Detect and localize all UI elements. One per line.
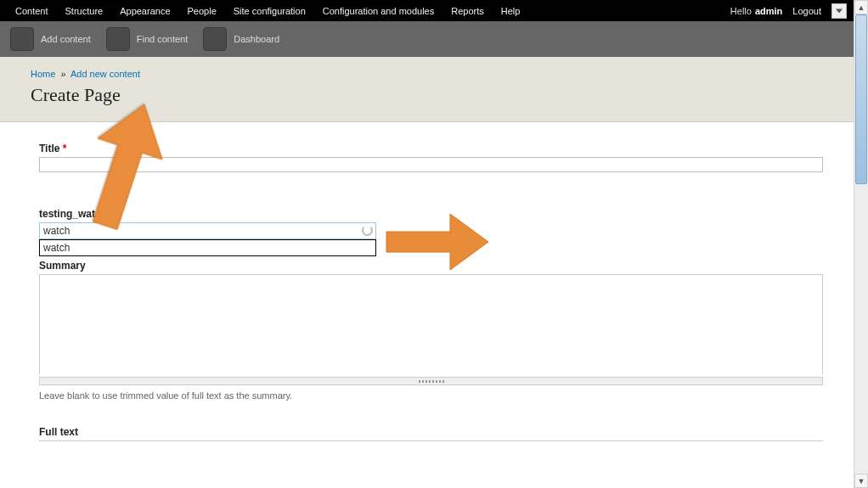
logout-link[interactable]: Logout [786, 1, 828, 21]
shortcut-icon [10, 27, 34, 51]
menu-content[interactable]: Content [7, 1, 57, 21]
title-label: Title * [39, 143, 823, 154]
scroll-thumb[interactable] [855, 14, 867, 184]
shortcut-add-content[interactable]: Add content [10, 27, 91, 51]
autocomplete-dropdown: watch [39, 239, 376, 256]
throbber-icon [362, 225, 373, 236]
menu-site-configuration[interactable]: Site configuration [225, 1, 314, 21]
summary-description: Leave blank to use trimmed value of full… [39, 390, 823, 401]
vertical-scrollbar[interactable]: ▲ ▼ [854, 0, 868, 488]
shortcut-dashboard[interactable]: Dashboard [203, 27, 279, 51]
summary-textarea[interactable] [39, 274, 823, 374]
breadcrumb: Home » Add new content [31, 69, 823, 79]
shortcut-label: Add content [41, 34, 91, 44]
main-form: Title * testing_watch watch Summary [0, 122, 854, 488]
breadcrumb-add-new-content[interactable]: Add new content [70, 69, 140, 79]
header-region: Home » Add new content Create Page [0, 57, 854, 122]
username: admin [755, 6, 782, 16]
menu-appearance[interactable]: Appearance [111, 1, 178, 21]
shortcut-toggle[interactable] [831, 3, 847, 19]
textarea-resize-grippie[interactable] [39, 377, 823, 385]
user-area: Hello admin Logout [730, 1, 847, 21]
fulltext-label: Full text [39, 426, 823, 438]
required-marker: * [63, 143, 67, 154]
menu-people[interactable]: People [179, 1, 225, 21]
testing-watch-label: testing_watch [39, 208, 823, 220]
fulltext-top-border [39, 440, 823, 442]
shortcut-label: Dashboard [234, 34, 279, 44]
chevron-down-icon [836, 8, 843, 14]
form-item-fulltext: Full text [39, 426, 823, 442]
shortcut-icon [106, 27, 130, 51]
form-item-summary: Summary Leave blank to use trimmed value… [39, 260, 823, 401]
menu-help[interactable]: Help [493, 1, 529, 21]
scroll-down-arrow[interactable]: ▼ [854, 474, 868, 488]
shortcut-label: Find content [137, 34, 189, 44]
shortcut-find-content[interactable]: Find content [106, 27, 189, 51]
hello-label: Hello [730, 6, 752, 16]
menu-configuration-modules[interactable]: Configuration and modules [314, 1, 442, 21]
breadcrumb-home[interactable]: Home [31, 69, 55, 79]
admin-menu: Content Structure Appearance People Site… [7, 1, 528, 21]
menu-structure[interactable]: Structure [57, 1, 112, 21]
scroll-up-arrow[interactable]: ▲ [854, 0, 868, 14]
page-title: Create Page [31, 84, 823, 106]
form-item-testing-watch: testing_watch watch [39, 208, 823, 239]
scroll-track[interactable] [854, 14, 868, 474]
title-label-text: Title [39, 143, 59, 154]
shortcut-icon [203, 27, 227, 51]
menu-reports[interactable]: Reports [442, 1, 493, 21]
shortcut-bar: Add content Find content Dashboard [0, 21, 854, 57]
admin-top-bar: Content Structure Appearance People Site… [0, 0, 854, 21]
form-item-title: Title * [39, 143, 823, 172]
autocomplete-wrapper: watch [39, 222, 376, 239]
title-input[interactable] [39, 157, 823, 172]
summary-label: Summary [39, 260, 823, 272]
autocomplete-option[interactable]: watch [40, 240, 375, 255]
breadcrumb-separator: » [60, 69, 65, 79]
testing-watch-input[interactable] [39, 222, 376, 239]
